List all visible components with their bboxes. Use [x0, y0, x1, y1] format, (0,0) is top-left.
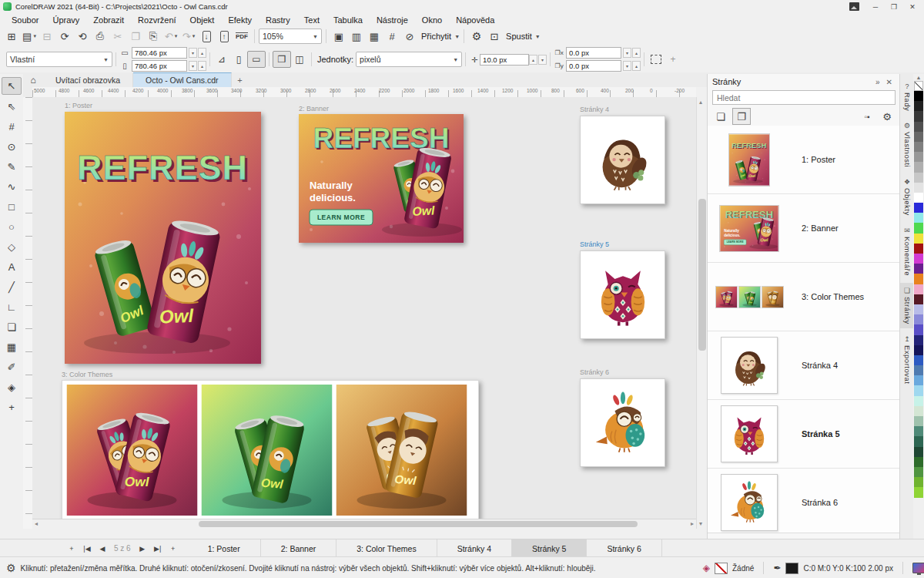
- duplicate-y-field[interactable]: [566, 60, 621, 72]
- page-size-preset-combo[interactable]: Vlastní▼: [6, 52, 112, 67]
- color-swatch[interactable]: [914, 487, 923, 497]
- color-swatch[interactable]: [914, 314, 923, 324]
- page-4[interactable]: [580, 116, 665, 204]
- new-document[interactable]: ⊞▾: [3, 29, 20, 45]
- undo[interactable]: ↶▾: [162, 29, 179, 45]
- color-swatch[interactable]: [914, 426, 923, 436]
- menu-item[interactable]: Text: [297, 15, 326, 25]
- options-gear-icon[interactable]: ⚙: [468, 29, 485, 45]
- color-swatch[interactable]: [914, 477, 923, 487]
- save-document[interactable]: ⊟▾: [38, 29, 55, 45]
- color-swatch[interactable]: [914, 122, 923, 132]
- page-color-themes[interactable]: [62, 380, 479, 522]
- artistic-media-tool[interactable]: ∿: [2, 179, 21, 195]
- all-pages-button[interactable]: ❐: [273, 51, 291, 68]
- page-6[interactable]: [580, 378, 665, 467]
- single-page-view-button[interactable]: ❏: [712, 109, 729, 124]
- docker-tab[interactable]: ? Rady: [900, 79, 914, 115]
- color-swatch[interactable]: [914, 365, 923, 375]
- color-swatch[interactable]: [914, 385, 923, 395]
- page-list-item[interactable]: 3: Color Themes: [708, 263, 900, 331]
- page-thumbnail[interactable]: [708, 206, 791, 251]
- color-swatch[interactable]: [914, 142, 923, 152]
- vertical-scrollbar[interactable]: ▴ ▾: [696, 97, 708, 529]
- color-swatch[interactable]: [914, 274, 923, 284]
- scroll-left-icon[interactable]: ◂: [35, 520, 38, 527]
- more-tools[interactable]: +: [2, 399, 21, 415]
- document-tab[interactable]: Octo - Owl Cans.cdr: [133, 72, 232, 87]
- color-swatch[interactable]: [914, 132, 923, 142]
- color-swatch[interactable]: [914, 294, 923, 304]
- page-tab[interactable]: 2: Banner: [261, 539, 337, 557]
- color-swatch[interactable]: [914, 345, 923, 355]
- docker-tab[interactable]: ↥ Exportovat: [900, 331, 914, 388]
- duplicate-x-field[interactable]: [566, 47, 621, 59]
- maximize-button[interactable]: ❐: [886, 2, 902, 12]
- show-rulers[interactable]: ▥: [348, 29, 365, 45]
- color-swatch[interactable]: [914, 436, 923, 446]
- color-swatch[interactable]: [914, 183, 923, 193]
- next-page[interactable]: ▶: [136, 542, 149, 556]
- nudge-stepper[interactable]: ▴▾: [529, 55, 547, 65]
- page-height-field[interactable]: [132, 60, 187, 72]
- color-swatch[interactable]: [914, 234, 923, 244]
- docker-expand-icon[interactable]: »: [872, 78, 883, 86]
- cut[interactable]: ✂▾: [109, 29, 126, 45]
- launch-label[interactable]: Spustit: [506, 32, 532, 41]
- docker-tab[interactable]: ❖ Objekty: [900, 174, 914, 220]
- color-swatch[interactable]: [914, 335, 923, 345]
- color-swatch[interactable]: [914, 324, 923, 334]
- menu-item[interactable]: Rozvržení: [131, 15, 183, 25]
- menu-item[interactable]: Zobrazit: [86, 15, 131, 25]
- width-stepper[interactable]: ▾▴: [189, 48, 206, 58]
- menu-item[interactable]: Soubor: [5, 15, 45, 25]
- docker-search[interactable]: [712, 90, 896, 105]
- menu-item[interactable]: Nápověda: [449, 15, 501, 25]
- print[interactable]: ⎙▾: [92, 29, 109, 45]
- page-tab[interactable]: Stránky 4: [437, 539, 512, 557]
- connector-tool[interactable]: ∟: [2, 299, 21, 315]
- zoom-tool[interactable]: ⊙: [2, 139, 21, 155]
- page-thumbnail[interactable]: [708, 337, 791, 394]
- status-gear-icon[interactable]: ⚙: [6, 562, 16, 574]
- import[interactable]: ↓▾: [198, 29, 215, 45]
- crop-tool[interactable]: #: [2, 119, 21, 135]
- show-guidelines[interactable]: #: [383, 29, 400, 45]
- scroll-down-icon[interactable]: ▾: [699, 520, 702, 527]
- color-swatch[interactable]: [914, 111, 923, 121]
- snap-off[interactable]: ⊘: [401, 29, 418, 45]
- document-tab[interactable]: Uvítací obrazovka: [43, 73, 133, 87]
- pick-tool[interactable]: ↖: [2, 77, 22, 95]
- page-banner[interactable]: [299, 114, 464, 243]
- get-content[interactable]: ⟳▾: [56, 29, 73, 45]
- document-color-settings-icon[interactable]: [912, 563, 924, 573]
- share-content[interactable]: ⟲▾: [74, 29, 91, 45]
- rectangle-tool[interactable]: □: [2, 199, 21, 215]
- page-5[interactable]: [580, 250, 665, 339]
- interactive-fill-tool[interactable]: ◈: [2, 379, 21, 395]
- add-page-end[interactable]: +: [166, 542, 180, 556]
- palette-scroll-up-icon[interactable]: ▲: [916, 74, 922, 81]
- chevron-down-icon[interactable]: ▼: [454, 34, 460, 39]
- scroll-right-icon[interactable]: ▸: [691, 520, 694, 527]
- vertical-scroll-thumb[interactable]: [698, 199, 706, 351]
- color-swatch[interactable]: [914, 101, 923, 111]
- color-swatch[interactable]: [914, 284, 923, 294]
- docker-close-icon[interactable]: ✕: [883, 78, 896, 86]
- page-list-item[interactable]: Stránka 6: [708, 469, 900, 533]
- treat-as-filled-button[interactable]: [648, 52, 665, 67]
- multi-page-view-button[interactable]: ❐: [732, 108, 751, 125]
- nudge-offset-field[interactable]: [480, 54, 529, 66]
- docker-options-gear-icon[interactable]: ⚙: [879, 109, 896, 124]
- color-swatch[interactable]: [914, 355, 923, 365]
- menu-item[interactable]: Úpravy: [45, 15, 86, 25]
- page-tab[interactable]: Stránky 5: [512, 539, 587, 557]
- page-thumbnail[interactable]: [708, 405, 791, 462]
- text-tool[interactable]: A: [2, 259, 21, 275]
- polygon-tool[interactable]: ◇: [2, 239, 21, 255]
- dimension-tool[interactable]: ╱: [2, 279, 21, 295]
- page-list-item[interactable]: Stránka 4: [708, 331, 900, 400]
- color-swatch[interactable]: [914, 152, 923, 162]
- export[interactable]: ↑▾: [216, 29, 233, 45]
- page-thumbnail[interactable]: [708, 287, 791, 307]
